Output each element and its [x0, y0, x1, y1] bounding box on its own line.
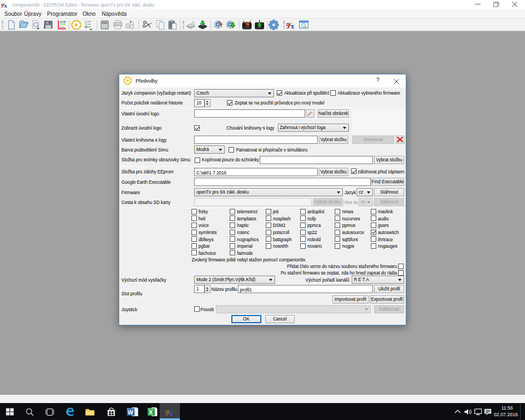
- svg-text:?: ?: [129, 20, 132, 25]
- svg-text:x: x: [4, 3, 7, 8]
- svg-text:W: W: [128, 409, 134, 416]
- svg-text:Logs: Logs: [60, 20, 66, 23]
- svg-text:x: x: [290, 23, 294, 30]
- svg-text:x: x: [170, 410, 173, 417]
- svg-text:X: X: [149, 409, 153, 416]
